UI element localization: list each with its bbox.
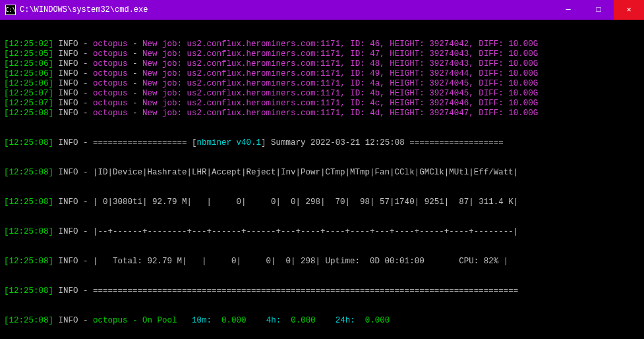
close-button[interactable]: ✕ xyxy=(614,0,644,20)
cmd-icon: C:\ xyxy=(5,5,16,15)
log-line: [12:25:07] INFO - octopus - New job: us2… xyxy=(4,89,640,99)
log-line: [12:25:07] INFO - octopus - New job: us2… xyxy=(4,99,640,109)
window-titlebar[interactable]: C:\ C:\WINDOWS\system32\cmd.exe — □ ✕ xyxy=(0,0,644,20)
log-line: [12:25:06] INFO - octopus - New job: us2… xyxy=(4,59,640,69)
terminal-output[interactable]: [12:25:02] INFO - octopus - New job: us2… xyxy=(0,20,644,339)
summary-row: [12:25:08] INFO - =================== [n… xyxy=(4,138,640,148)
minimize-button[interactable]: — xyxy=(553,0,583,20)
window-title: C:\WINDOWS\system32\cmd.exe xyxy=(20,5,553,14)
log-line: [12:25:08] INFO - octopus - New job: us2… xyxy=(4,109,640,118)
log-line: [12:25:02] INFO - octopus - New job: us2… xyxy=(4,39,640,49)
pool-stats: [12:25:08] INFO - octopus - On Pool 10m:… xyxy=(4,316,640,326)
summary-sep: [12:25:08] INFO - |--+------+--------+--… xyxy=(4,227,640,237)
summary-header: [12:25:08] INFO - |ID|Device|Hashrate|LH… xyxy=(4,168,640,178)
log-line: [12:25:06] INFO - octopus - New job: us2… xyxy=(4,69,640,79)
maximize-button[interactable]: □ xyxy=(583,0,614,20)
summary-end: [12:25:08] INFO - ======================… xyxy=(4,286,640,296)
summary-data: [12:25:08] INFO - | 0|3080ti| 92.79 M| |… xyxy=(4,197,640,207)
log-line: [12:25:05] INFO - octopus - New job: us2… xyxy=(4,49,640,59)
summary-total: [12:25:08] INFO - | Total: 92.79 M| | 0|… xyxy=(4,257,640,267)
log-line: [12:25:06] INFO - octopus - New job: us2… xyxy=(4,79,640,89)
